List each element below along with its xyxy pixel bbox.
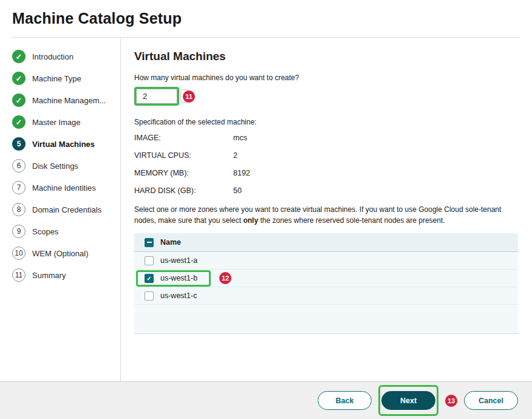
header: Machine Catalog Setup bbox=[12, 0, 520, 38]
step-number-badge: 9 bbox=[12, 225, 26, 238]
zone-name: us-west1-b bbox=[160, 274, 197, 282]
spec-value: mcs bbox=[233, 134, 247, 142]
spec-label: VIRTUAL CPUS: bbox=[134, 151, 233, 160]
spec-value: 2 bbox=[233, 151, 237, 160]
sidebar-item-machine-management[interactable]: Machine Managem... bbox=[0, 89, 120, 111]
page-title: Machine Catalog Setup bbox=[12, 10, 182, 27]
sidebar-item-virtual-machines[interactable]: 5 Virtual Machines bbox=[0, 133, 120, 155]
sidebar-item-summary[interactable]: 11 Summary bbox=[0, 264, 120, 286]
footer-action-bar: Back Next 13 Cancel bbox=[0, 381, 532, 419]
spec-value: 8192 bbox=[233, 169, 250, 177]
step-done-check-icon bbox=[12, 72, 26, 85]
table-empty-area bbox=[134, 305, 518, 333]
machine-catalog-setup-window: Machine Catalog Setup Introduction Machi… bbox=[0, 0, 532, 419]
step-label: Machine Type bbox=[32, 74, 81, 83]
step-label: WEM (Optional) bbox=[32, 249, 88, 258]
machine-count-question: How many virtual machines do you want to… bbox=[134, 73, 519, 82]
next-button[interactable]: Next bbox=[381, 391, 435, 410]
step-label: Machine Identities bbox=[32, 183, 96, 192]
annotation-box-next: Next bbox=[378, 385, 438, 416]
sidebar-item-master-image[interactable]: Master Image bbox=[0, 111, 120, 133]
zone-checkbox[interactable] bbox=[145, 291, 154, 301]
zone-checkbox[interactable] bbox=[145, 274, 154, 283]
step-label: Scopes bbox=[32, 227, 58, 236]
step-label: Disk Settings bbox=[32, 162, 78, 171]
step-label: Virtual Machines bbox=[32, 140, 95, 149]
zone-name: us-west1-a bbox=[160, 256, 197, 265]
step-number-badge: 10 bbox=[12, 247, 26, 260]
step-label: Master Image bbox=[32, 118, 80, 127]
wizard-body: Introduction Machine Type Machine Manage… bbox=[0, 38, 532, 381]
spec-row-vcpus: VIRTUAL CPUS: 2 bbox=[134, 151, 519, 160]
spec-row-hard-disk: HARD DISK (GB): 50 bbox=[134, 186, 519, 195]
zone-instructions-emphasis: only bbox=[243, 216, 258, 225]
step-number-badge: 5 bbox=[12, 137, 26, 151]
annotation-badge-11: 11 bbox=[183, 90, 195, 103]
sidebar-item-introduction[interactable]: Introduction bbox=[0, 46, 120, 67]
column-header-name: Name bbox=[160, 238, 181, 247]
spec-value: 50 bbox=[233, 186, 242, 195]
select-all-checkbox[interactable] bbox=[145, 238, 154, 247]
sidebar-item-scopes[interactable]: 9 Scopes bbox=[0, 220, 120, 242]
wizard-steps-sidebar: Introduction Machine Type Machine Manage… bbox=[0, 38, 121, 381]
zone-name: us-west1-c bbox=[160, 291, 197, 300]
sidebar-item-machine-identities[interactable]: 7 Machine Identities bbox=[0, 177, 120, 199]
spec-label: HARD DISK (GB): bbox=[134, 186, 233, 195]
step-done-check-icon bbox=[12, 115, 26, 129]
step-content: Virtual Machines How many virtual machin… bbox=[121, 38, 532, 381]
step-number-badge: 6 bbox=[12, 159, 26, 172]
section-title: Virtual Machines bbox=[134, 50, 519, 63]
step-number-badge: 7 bbox=[12, 181, 26, 194]
back-button[interactable]: Back bbox=[318, 391, 372, 410]
table-row[interactable]: us-west1-a bbox=[134, 252, 518, 270]
zone-instructions: Select one or more zones where you want … bbox=[134, 204, 518, 226]
sidebar-item-domain-credentials[interactable]: 8 Domain Credentials bbox=[0, 199, 120, 220]
spec-row-memory: MEMORY (MB): 8192 bbox=[134, 169, 519, 177]
step-done-check-icon bbox=[12, 50, 26, 63]
annotation-badge-12: 12 bbox=[219, 272, 231, 284]
zone-instructions-text: the zones where reserved sole-tenant nod… bbox=[258, 216, 445, 225]
step-label: Domain Credentials bbox=[32, 205, 101, 214]
cancel-button[interactable]: Cancel bbox=[464, 391, 518, 410]
machine-count-input[interactable] bbox=[136, 89, 177, 104]
spec-heading: Specification of the selected machine: bbox=[134, 118, 519, 126]
step-number-badge: 8 bbox=[12, 203, 26, 216]
annotation-box-input bbox=[134, 87, 179, 106]
machine-count-group: 11 bbox=[134, 87, 188, 106]
spec-label: IMAGE: bbox=[134, 134, 233, 142]
zones-table: Name us-west1-a us-west1-b 12 us-west1-c bbox=[134, 233, 518, 334]
sidebar-item-wem-optional[interactable]: 10 WEM (Optional) bbox=[0, 242, 120, 264]
zone-checkbox[interactable] bbox=[145, 256, 154, 265]
annotation-badge-13: 13 bbox=[445, 395, 457, 407]
step-done-check-icon bbox=[12, 94, 26, 107]
spec-row-image: IMAGE: mcs bbox=[134, 134, 519, 142]
step-number-badge: 11 bbox=[12, 268, 26, 282]
sidebar-item-disk-settings[interactable]: 6 Disk Settings bbox=[0, 155, 120, 177]
table-row[interactable]: us-west1-b 12 bbox=[134, 270, 518, 287]
step-label: Machine Managem... bbox=[32, 96, 106, 105]
step-label: Summary bbox=[32, 271, 66, 280]
sidebar-item-machine-type[interactable]: Machine Type bbox=[0, 67, 120, 89]
table-row[interactable]: us-west1-c bbox=[134, 287, 518, 305]
spec-label: MEMORY (MB): bbox=[134, 169, 233, 177]
zones-table-header: Name bbox=[134, 233, 518, 252]
step-label: Introduction bbox=[32, 52, 73, 61]
